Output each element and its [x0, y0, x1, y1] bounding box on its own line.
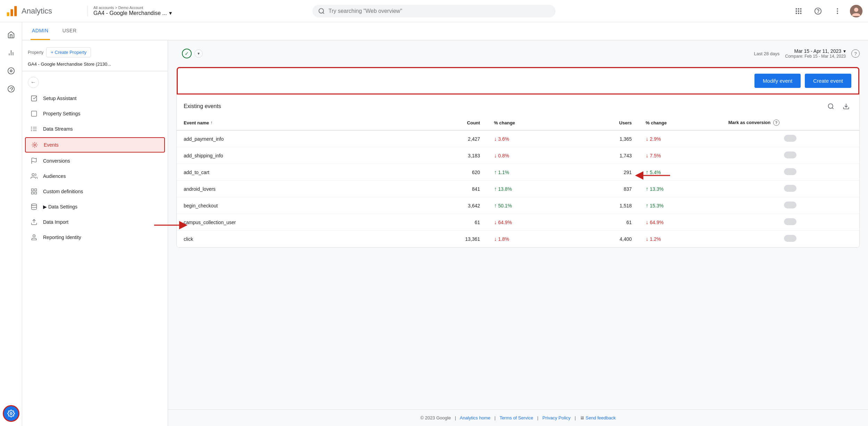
- cell-users-change: ↓ 1.2%: [639, 231, 721, 247]
- svg-rect-2: [14, 6, 17, 16]
- footer-analytics-home[interactable]: Analytics home: [460, 415, 490, 420]
- svg-point-24: [8, 68, 14, 74]
- sidebar-item-data-settings[interactable]: ▶ Data Settings: [22, 199, 168, 214]
- search-input[interactable]: [328, 8, 550, 14]
- tab-admin[interactable]: ADMIN: [31, 22, 50, 40]
- data-settings-label: Data Settings: [48, 204, 77, 210]
- property-header: Property + Create Property: [22, 44, 168, 60]
- svg-point-43: [32, 204, 37, 206]
- nav-explore[interactable]: [3, 63, 19, 79]
- cell-users-change: ↑ 13.3%: [639, 181, 721, 197]
- footer-terms-of-service[interactable]: Terms of Service: [500, 415, 533, 420]
- conversion-toggle-4[interactable]: [784, 202, 796, 208]
- conversion-toggle-1[interactable]: [784, 151, 796, 158]
- body-layout: Property + Create Property GA4 - Google …: [22, 40, 868, 426]
- cell-event-name: campus_collection_user: [177, 214, 418, 231]
- date-help-button[interactable]: ?: [851, 49, 860, 58]
- cell-mark-as-conversion[interactable]: [721, 214, 859, 231]
- download-table-button[interactable]: [840, 100, 852, 113]
- cell-count-change: ↑ 13.8%: [487, 181, 570, 197]
- table-row: campus_collection_user 61 ↓ 64.9% 61 ↓ 6…: [177, 214, 859, 231]
- svg-point-45: [33, 235, 35, 237]
- admin-user-tabs: ADMIN USER: [22, 22, 868, 40]
- explore-icon: [7, 67, 15, 75]
- svg-point-3: [319, 8, 324, 13]
- sort-icon: ↑: [210, 120, 212, 125]
- sidebar-item-reporting-identity[interactable]: Reporting Identity: [22, 230, 168, 245]
- conversion-toggle-3[interactable]: [784, 185, 796, 192]
- account-selector[interactable]: All accounts > Demo Account GA4 - Google…: [87, 6, 192, 16]
- svg-rect-9: [798, 10, 799, 12]
- table-row: android_lovers 841 ↑ 13.8% 837 ↑ 13.3%: [177, 181, 859, 197]
- search-table-button[interactable]: [825, 100, 837, 113]
- cell-users: 61: [570, 214, 639, 231]
- svg-rect-13: [800, 13, 802, 14]
- sidebar-item-audiences[interactable]: Audiences: [22, 169, 168, 184]
- sidebar-panel: Property + Create Property GA4 - Google …: [22, 40, 168, 426]
- sidebar-item-property-settings[interactable]: Property Settings: [22, 106, 168, 121]
- date-range-area: Last 28 days Mar 15 - Apr 11, 2023 ▾ Com…: [754, 48, 860, 59]
- account-dropdown-icon[interactable]: ▾: [169, 10, 172, 16]
- reporting-identity-icon: [31, 234, 37, 241]
- cell-count: 3,642: [418, 197, 487, 214]
- date-range-dropdown-icon: ▾: [843, 48, 846, 54]
- footer-send-feedback[interactable]: Send feedback: [586, 415, 616, 420]
- create-property-button[interactable]: + Create Property: [46, 47, 91, 57]
- th-users-change: % change: [639, 115, 721, 130]
- sidebar-item-conversions[interactable]: Conversions: [22, 153, 168, 169]
- sidebar-item-setup-assistant[interactable]: Setup Assistant: [22, 91, 168, 106]
- main-container: ADMIN USER Property + Create Property GA…: [22, 22, 868, 426]
- top-bar: ✓ ▾ Last 28 days Mar 15 - Apr 11, 2023 ▾…: [168, 40, 868, 61]
- compare-range: Compare: Feb 15 - Mar 14, 2023: [785, 54, 846, 59]
- sidebar-item-events[interactable]: Events: [25, 137, 165, 153]
- cell-mark-as-conversion[interactable]: [721, 197, 859, 214]
- svg-point-49: [828, 104, 833, 108]
- cell-mark-as-conversion[interactable]: [721, 231, 859, 247]
- svg-rect-40: [35, 189, 37, 191]
- modify-event-button[interactable]: Modify event: [754, 74, 801, 88]
- nav-reports[interactable]: [3, 44, 19, 61]
- tab-user[interactable]: USER: [61, 22, 78, 40]
- date-range-picker[interactable]: Mar 15 - Apr 11, 2023 ▾: [794, 48, 846, 54]
- property-label: Property: [28, 50, 43, 55]
- cell-mark-as-conversion[interactable]: [721, 147, 859, 164]
- nav-settings[interactable]: [3, 405, 19, 422]
- svg-line-50: [832, 108, 834, 109]
- conversion-toggle-2[interactable]: [784, 168, 796, 175]
- search-icon: [318, 8, 325, 15]
- cell-mark-as-conversion[interactable]: [721, 164, 859, 181]
- grid-icon-button[interactable]: [792, 4, 806, 18]
- back-button[interactable]: ←: [28, 77, 39, 88]
- cell-count: 61: [418, 214, 487, 231]
- sidebar-item-data-import[interactable]: Data Import: [22, 214, 168, 230]
- mark-conversion-help-icon[interactable]: ?: [773, 120, 779, 126]
- sidebar-item-custom-definitions[interactable]: Custom definitions: [22, 184, 168, 199]
- svg-rect-42: [32, 192, 34, 194]
- events-table: Event name ↑ Count % change Users % chan…: [177, 115, 859, 247]
- sidebar-item-data-streams[interactable]: Data Streams: [22, 121, 168, 137]
- th-mark-as-conversion: Mark as conversion ?: [721, 115, 859, 130]
- cell-event-name: begin_checkout: [177, 197, 418, 214]
- create-event-button[interactable]: Create event: [805, 74, 851, 88]
- footer-privacy-policy[interactable]: Privacy Policy: [542, 415, 570, 420]
- help-icon-button[interactable]: [811, 4, 825, 18]
- user-avatar[interactable]: [850, 5, 862, 17]
- nav-advertising[interactable]: [3, 81, 19, 97]
- more-menu-button[interactable]: [831, 4, 844, 18]
- status-check-icon: ✓: [182, 49, 192, 58]
- svg-point-16: [837, 8, 838, 9]
- status-dropdown-button[interactable]: ▾: [194, 49, 203, 58]
- svg-rect-39: [32, 189, 34, 191]
- footer-send-feedback-icon: 🖥: [580, 415, 584, 420]
- cell-mark-as-conversion[interactable]: [721, 181, 859, 197]
- conversion-toggle-6[interactable]: [784, 235, 796, 242]
- svg-point-18: [837, 13, 838, 14]
- th-event-name[interactable]: Event name ↑: [177, 115, 418, 130]
- cell-event-name: add_to_cart: [177, 164, 418, 181]
- cell-mark-as-conversion[interactable]: [721, 130, 859, 147]
- download-icon: [843, 103, 850, 110]
- cell-count-change: ↑ 50.1%: [487, 197, 570, 214]
- nav-home[interactable]: [3, 26, 19, 43]
- conversion-toggle-0[interactable]: [784, 135, 796, 142]
- conversion-toggle-5[interactable]: [784, 218, 796, 225]
